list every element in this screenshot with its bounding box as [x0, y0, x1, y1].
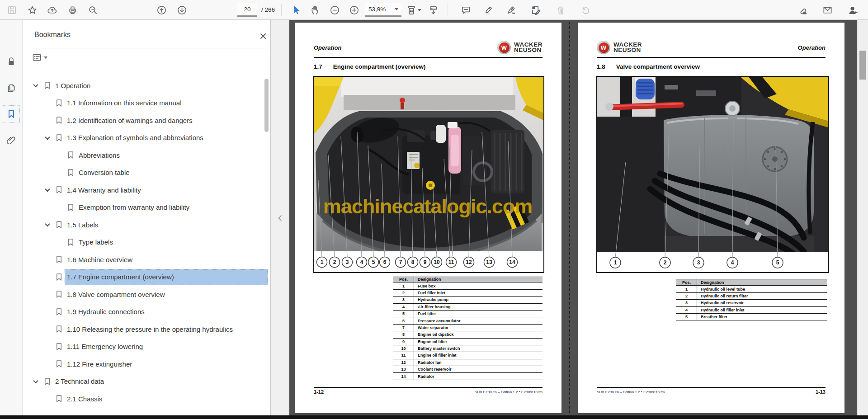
- selected-highlight[interactable]: 1.7 Engine compartment (overview): [65, 269, 268, 285]
- bookmark-item[interactable]: 1.2 Identification of warnings and dange…: [23, 112, 270, 129]
- table-row: 2Hydraulic oil return filter: [676, 293, 827, 300]
- bookmark-icon: [53, 343, 64, 351]
- bookmark-item[interactable]: 1.12 Fire extinguisher: [23, 355, 270, 373]
- add-user-icon[interactable]: [846, 4, 859, 16]
- zoom-out-icon[interactable]: [328, 4, 341, 16]
- page-spread-divider: [569, 22, 570, 413]
- chevron-down-icon[interactable]: [30, 84, 42, 87]
- table-row: 9Engine oil filter: [393, 339, 542, 345]
- section-heading: 1.7 Engine compartment (overview): [314, 63, 426, 70]
- bookmark-item[interactable]: 1.6 Machine overview: [23, 251, 270, 268]
- star-icon[interactable]: [26, 4, 38, 16]
- table-row: 1Hydraulic oil level tube: [676, 286, 827, 292]
- bookmark-item[interactable]: 1.1 Information on this service manual: [23, 94, 270, 112]
- chevron-down-icon[interactable]: [42, 223, 53, 226]
- table-row: 5Breather filter: [676, 314, 827, 320]
- comment-icon[interactable]: [459, 4, 472, 16]
- options-icon[interactable]: [33, 52, 53, 63]
- bookmark-icon: [53, 290, 64, 298]
- share-upload-icon[interactable]: [46, 4, 58, 16]
- bookmark-item[interactable]: 1.4 Warranty and liability: [23, 181, 270, 199]
- bookmark-item[interactable]: 1.3 Explanation of symbols and abbreviat…: [23, 129, 270, 147]
- print-icon[interactable]: [66, 4, 79, 16]
- email-icon[interactable]: [821, 4, 834, 16]
- bookmark-item[interactable]: 1.9 Hydraulic connections: [23, 303, 270, 321]
- trash-icon[interactable]: [554, 4, 567, 16]
- redo-icon[interactable]: [579, 4, 592, 16]
- chevron-down-icon[interactable]: [42, 136, 53, 140]
- page-up-icon[interactable]: [155, 4, 168, 16]
- table-row: 12Radiator fan: [393, 359, 542, 366]
- bookmark-icon: [53, 273, 64, 281]
- edit-page-icon[interactable]: [529, 4, 542, 16]
- page-thumbnails-icon[interactable]: [3, 80, 19, 96]
- table-row: 11Engine oil filler inlet: [393, 352, 542, 359]
- table-row: 1Fuse box: [393, 282, 542, 289]
- footer-rule: [597, 387, 826, 388]
- valve-compartment-photo: 1 2 3 4 5: [596, 76, 829, 273]
- page-number-input[interactable]: 20: [237, 3, 257, 17]
- zoom-level-dropdown[interactable]: 53,9%: [365, 3, 401, 17]
- bookmark-item-selected[interactable]: 1.7 Engine compartment (overview): [23, 268, 270, 286]
- document-reference: SHB EZ38 en – Edition 1.2 * EZ38s110.fm: [475, 390, 542, 394]
- bookmark-item[interactable]: Conversion table: [23, 164, 270, 182]
- bookmark-icon: [53, 221, 64, 229]
- zoom-in-icon[interactable]: [348, 4, 360, 16]
- brand-logo: W WACKERNEUSON: [497, 41, 542, 54]
- bookmark-item[interactable]: Exemption from warranty and liability: [23, 199, 270, 217]
- attachments-icon[interactable]: [3, 132, 19, 148]
- select-tool-icon[interactable]: [290, 4, 302, 16]
- sign-icon[interactable]: [505, 4, 517, 16]
- save-icon[interactable]: [5, 4, 18, 16]
- bookmark-item[interactable]: 1 Operation: [23, 77, 270, 94]
- bookmark-item[interactable]: 1.11 Emergency lowering: [23, 338, 270, 356]
- bookmark-item[interactable]: Abbreviations: [23, 146, 270, 164]
- bookmarks-tree: 1 Operation 1.1 Information on this serv…: [23, 77, 270, 415]
- table-row: 10Battery master switch: [393, 345, 542, 352]
- bookmark-icon: [53, 255, 64, 264]
- bookmark-item[interactable]: 2 Technical data: [23, 373, 270, 391]
- header-rule: [314, 57, 542, 58]
- svg-text:13: 13: [486, 259, 492, 265]
- share-link-icon[interactable]: [796, 4, 808, 16]
- brand-logo: W WACKERNEUSON: [597, 41, 642, 54]
- chevron-down-icon[interactable]: [30, 380, 42, 383]
- highlight-icon[interactable]: [481, 4, 494, 16]
- bookmark-icon: [65, 238, 76, 246]
- close-icon[interactable]: [258, 31, 269, 42]
- bookmark-item[interactable]: 1.8 Valve compartment overview: [23, 286, 270, 303]
- header-rule: [597, 57, 826, 58]
- table-row: 13Coolant reservoir: [393, 366, 542, 373]
- table-row: 5Fuel filter: [393, 311, 542, 317]
- bookmarks-icon[interactable]: [3, 106, 19, 122]
- table-row: 3Hydraulic pump: [393, 297, 542, 303]
- scrollbar-thumb[interactable]: [859, 51, 866, 80]
- bookmark-icon: [42, 377, 52, 386]
- fit-width-icon[interactable]: [405, 4, 422, 16]
- svg-text:14: 14: [509, 259, 515, 265]
- hand-tool-icon[interactable]: [309, 4, 321, 16]
- panel-scrollbar[interactable]: [264, 79, 269, 132]
- protect-icon[interactable]: [3, 53, 19, 70]
- bookmarks-panel: Bookmarks 1 Operation 1.1 Information on…: [23, 20, 270, 415]
- page-scroll-icon[interactable]: [427, 4, 439, 16]
- bookmark-item[interactable]: 2.1 Chassis: [23, 390, 270, 408]
- bookmark-icon: [53, 186, 64, 194]
- page-down-icon[interactable]: [175, 4, 188, 16]
- svg-text:4: 4: [731, 259, 734, 266]
- table-row: 4Hydraulic oil filler inlet: [676, 307, 827, 314]
- bookmark-item[interactable]: 1.10 Releasing the pressure in the opera…: [23, 320, 270, 338]
- collapse-panel-icon[interactable]: [277, 213, 283, 222]
- manual-page-left: Operation W WACKERNEUSON 1.7 Engine comp…: [295, 23, 561, 413]
- brand-monogram-icon: W: [597, 41, 610, 54]
- bookmark-item[interactable]: 1.5 Labels: [23, 216, 270, 234]
- svg-text:3: 3: [346, 259, 349, 265]
- svg-text:9: 9: [424, 259, 427, 265]
- page-count-label: / 266: [261, 0, 275, 20]
- svg-text:2: 2: [333, 259, 336, 265]
- table-row: 3Hydraulic oil reservoir: [676, 300, 827, 306]
- search-icon[interactable]: [86, 4, 99, 16]
- chevron-down-icon[interactable]: [42, 188, 53, 192]
- document-scrollbar[interactable]: [857, 20, 868, 415]
- bookmark-item[interactable]: Type labels: [23, 234, 270, 251]
